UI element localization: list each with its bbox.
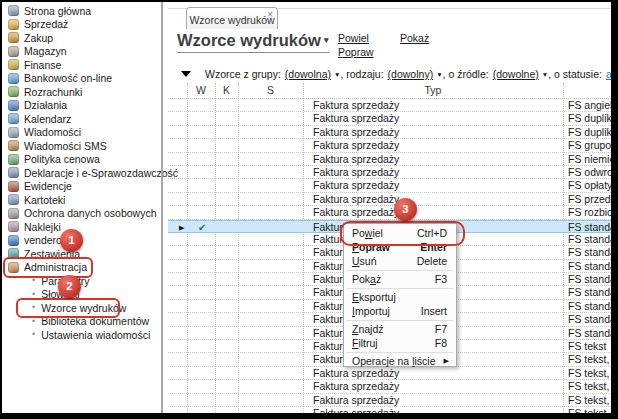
filter-bar: Wzorce z grupy: (dowolna) ▼ , rodzaju: (…: [181, 67, 618, 81]
sidebar-item-zestawienia[interactable]: Zestawienia: [2, 247, 159, 261]
bullet-icon: •: [32, 328, 35, 341]
tab-wzorce-wydrukow[interactable]: Wzorce wydruków ×: [186, 7, 278, 29]
sidebar-item-magazyn[interactable]: Magazyn: [2, 45, 159, 59]
sidebar-subitem-parametry[interactable]: • Parametry: [2, 274, 159, 288]
sidebar-item-sprzedaz[interactable]: Sprzedaż: [2, 18, 159, 32]
table-row[interactable]: ▶ ✔ Faktura sprzedaży FS przedpła: [168, 193, 613, 206]
warehouse-icon: [8, 46, 19, 57]
sidebar-item-kartoteki[interactable]: Kartoteki: [2, 193, 159, 207]
filter-funnel-icon[interactable]: [181, 71, 191, 77]
sidebar-item-naklejki[interactable]: Naklejki: [2, 220, 159, 234]
vendero-gear-icon: [8, 235, 19, 246]
context-menu: Powiel Ctrl+D Popraw Enter Usuń Delete P…: [343, 223, 457, 367]
column-header-typ[interactable]: Typ: [303, 84, 563, 96]
table-row[interactable]: ▶ ✔ Faktura sprzedaży FS angielsk: [168, 99, 613, 112]
page-title[interactable]: Wzorce wydruków▾: [177, 31, 329, 53]
finance-icon: [8, 59, 19, 70]
sidebar-item-zakup[interactable]: Zakup: [2, 31, 159, 45]
settlements-icon: [8, 86, 19, 97]
menu-item-powiel[interactable]: Powiel Ctrl+D: [344, 226, 456, 240]
sidebar-item-kalendarz[interactable]: Kalendarz: [2, 112, 159, 126]
administration-icon: [8, 262, 19, 273]
table-row[interactable]: ▶ ✔ Faktura sprzedaży FS grupowa: [168, 139, 613, 152]
sidebar-item-strona-glowna[interactable]: Strona główna: [2, 4, 159, 18]
filter-value-dropdown[interactable]: (dowolny) ▼: [388, 68, 443, 80]
sidebar-item-wiadomosci-sms[interactable]: Wiadomości SMS: [2, 139, 159, 153]
menu-separator: [347, 270, 453, 271]
app-window: Strona główna Sprzedaż Zakup Magazyn Fin…: [0, 0, 618, 419]
menu-item-popraw[interactable]: Popraw Enter: [344, 240, 456, 254]
filter-segment: Wzorce z grupy: (dowolna) ▼: [205, 68, 340, 80]
sidebar-subitem-slowniki[interactable]: • Słowniki: [2, 288, 159, 302]
personal-data-icon: [8, 208, 19, 219]
row-marker-icon: ▶: [179, 223, 184, 232]
menu-item-znajdz[interactable]: Znajdź F7: [344, 322, 456, 336]
table-row[interactable]: ▶ ✔ Faktura sprzedaży FS niemiec: [168, 153, 613, 166]
messages-icon: [8, 127, 19, 138]
price-policy-icon: [8, 154, 19, 165]
menu-item-eksportuj[interactable]: Eksportuj: [344, 290, 456, 304]
table-row[interactable]: ▶ ✔ Faktura sprzedaży FS tekst, P: [168, 380, 613, 393]
sidebar-item-polityka-cenowa[interactable]: Polityka cenowa: [2, 153, 159, 167]
records-icon: [8, 181, 19, 192]
home-icon: [8, 5, 19, 16]
table-row[interactable]: ▶ ✔ Faktura sprzedaży FS tekst, p: [168, 394, 613, 407]
menu-separator: [347, 288, 453, 289]
table-header: W K S Typ: [168, 83, 613, 99]
action-link-popraw[interactable]: Popraw: [338, 46, 374, 58]
calendar-icon: [8, 113, 19, 124]
sidebar-item-rozrachunki[interactable]: Rozrachunki: [2, 85, 159, 99]
bullet-icon: •: [32, 274, 35, 287]
filter-value-dropdown[interactable]: (dowolne) ▼: [493, 68, 549, 80]
declarations-icon: [8, 167, 19, 178]
sidebar-subitem-biblioteka-dokumentow[interactable]: • Biblioteka dokumentów: [2, 315, 159, 329]
menu-item-usun[interactable]: Usuń Delete: [344, 254, 456, 268]
sidebar-item-vendero[interactable]: vendero: [2, 234, 159, 248]
sidebar-item-ewidencje[interactable]: Ewidencje: [2, 180, 159, 194]
sidebar: Strona główna Sprzedaż Zakup Magazyn Fin…: [2, 4, 159, 342]
checkmark-icon: ✔: [198, 222, 206, 233]
sidebar-item-finanse[interactable]: Finanse: [2, 58, 159, 72]
table-row[interactable]: ▶ ✔ Faktura sprzedaży FS opłaty d: [168, 179, 613, 192]
sidebar-item-bankowosc-on-line[interactable]: Bankowość on-line: [2, 72, 159, 86]
menu-separator: [347, 352, 453, 353]
action-link-powiel[interactable]: Powiel: [338, 32, 369, 44]
reports-icon: [8, 248, 19, 259]
submenu-arrow-icon: ▶: [444, 354, 449, 368]
menu-separator: [347, 320, 453, 321]
bullet-icon: •: [32, 301, 35, 314]
activities-icon: [8, 100, 19, 111]
online-banking-icon: [8, 73, 19, 84]
window-border-bottom: [0, 413, 618, 419]
table-row[interactable]: ▶ ✔ Faktura sprzedaży FS tekst, P: [168, 367, 613, 380]
menu-item-filtruj[interactable]: Filtruj F8: [344, 336, 456, 350]
sales-icon: [8, 19, 19, 30]
sms-icon: [8, 140, 19, 151]
sidebar-item-dzialania[interactable]: Działania: [2, 99, 159, 113]
menu-item-operacje-na-liscie[interactable]: Operacje na liście ▶: [344, 354, 456, 368]
sidebar-splitter[interactable]: [161, 2, 163, 413]
table-row[interactable]: ▶ ✔ Faktura sprzedaży FS odwrotn: [168, 166, 613, 179]
sidebar-subitem-ustawienia-wiadomosci[interactable]: • Ustawienia wiadomości: [2, 328, 159, 342]
tab-close-icon[interactable]: ×: [267, 10, 273, 20]
sidebar-item-wiadomosci[interactable]: Wiadomości: [2, 126, 159, 140]
filter-value-dropdown[interactable]: (dowolna) ▼: [285, 68, 341, 80]
column-header-w[interactable]: W: [187, 84, 215, 96]
filter-segment: , rodzaju: (dowolny) ▼: [340, 68, 442, 80]
table-row[interactable]: ▶ ✔ Faktura sprzedaży FS duplikat: [168, 126, 613, 139]
menu-item-pokaz[interactable]: Pokaż F3: [344, 272, 456, 286]
menu-item-importuj[interactable]: Importuj Insert: [344, 304, 456, 318]
action-link-pokaz[interactable]: Pokaż: [400, 32, 429, 44]
table-row[interactable]: ▶ ✔ Faktura sprzedaży FS duplikat: [168, 112, 613, 125]
sidebar-item-ochrona-danych[interactable]: Ochrona danych osobowych: [2, 207, 159, 221]
card-index-icon: [8, 194, 19, 205]
filter-segment: , o statusie: aktywne ▼: [548, 68, 618, 80]
column-header-s[interactable]: S: [238, 84, 303, 96]
sidebar-item-deklaracje[interactable]: Deklaracje i e-Sprawozdawczość: [2, 166, 159, 180]
table-row[interactable]: ▶ ✔ Faktura sprzedaży FS rozbicie: [168, 206, 613, 219]
sidebar-subitem-wzorce-wydrukow[interactable]: • Wzorce wydruków: [2, 301, 159, 315]
bullet-icon: •: [32, 288, 35, 301]
window-border-left: [0, 0, 2, 419]
column-header-k[interactable]: K: [215, 84, 238, 96]
sidebar-item-administracja[interactable]: Administracja: [2, 261, 159, 275]
